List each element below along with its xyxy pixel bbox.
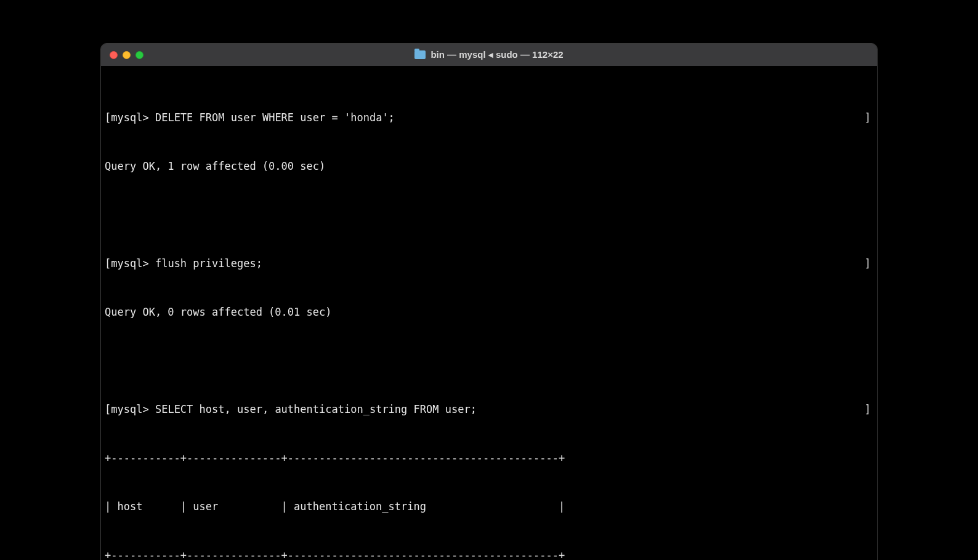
minimize-icon[interactable] (123, 51, 131, 59)
command-line-2: [mysql> flush privileges;] (105, 255, 871, 271)
traffic-lights (110, 51, 143, 59)
query-result: Query OK, 1 row affected (0.00 sec) (105, 158, 325, 174)
bracket-left: [ (105, 110, 111, 126)
command-line-3: [mysql> SELECT host, user, authenticatio… (105, 401, 871, 417)
mysql-prompt: mysql> (111, 257, 148, 270)
result-line-1: Query OK, 1 row affected (0.00 sec) (105, 158, 871, 174)
sql-command: flush privileges; (155, 257, 262, 270)
blank-line (105, 207, 871, 223)
result-line-2: Query OK, 0 rows affected (0.01 sec) (105, 304, 871, 320)
terminal-body[interactable]: [mysql> DELETE FROM user WHERE user = 'h… (101, 66, 877, 560)
command-line-1: [mysql> DELETE FROM user WHERE user = 'h… (105, 110, 871, 126)
bracket-right: ] (865, 401, 871, 417)
window-title: bin — mysql ◂ sudo — 112×22 (101, 49, 877, 60)
bracket-left: [ (105, 255, 111, 271)
window-titlebar[interactable]: bin — mysql ◂ sudo — 112×22 (101, 44, 877, 66)
bracket-right: ] (865, 110, 871, 126)
close-icon[interactable] (110, 51, 118, 59)
table-border: +-----------+---------------+-----------… (105, 450, 871, 466)
blank-line (105, 353, 871, 369)
bracket-left: [ (105, 401, 111, 417)
folder-icon (414, 50, 426, 59)
sql-command: DELETE FROM user WHERE user = 'honda'; (155, 111, 395, 124)
terminal-window: bin — mysql ◂ sudo — 112×22 [mysql> DELE… (100, 43, 878, 560)
mysql-prompt: mysql> (111, 403, 148, 415)
bracket-right: ] (865, 255, 871, 271)
sql-command: SELECT host, user, authentication_string… (155, 403, 477, 415)
query-result: Query OK, 0 rows affected (0.01 sec) (105, 304, 331, 320)
table-header: | host | user | authentication_string | (105, 498, 871, 514)
table-border: +-----------+---------------+-----------… (105, 547, 871, 560)
zoom-icon[interactable] (135, 51, 143, 59)
window-title-text: bin — mysql ◂ sudo — 112×22 (430, 49, 563, 60)
mysql-prompt: mysql> (111, 111, 148, 124)
